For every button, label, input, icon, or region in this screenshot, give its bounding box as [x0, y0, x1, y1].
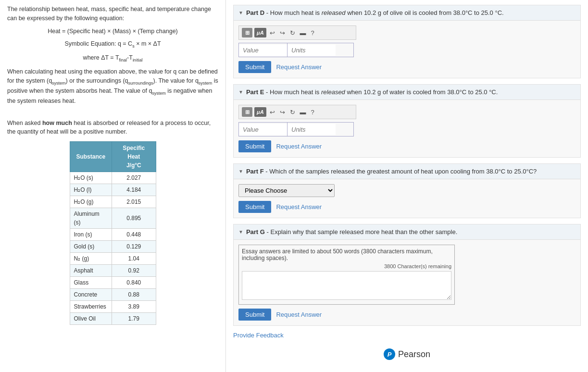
part-e-body: ⊞ μA ↩ ↪ ↻ ▬ ? Submit Request Answer [234, 100, 580, 157]
substance-cell: Gold (s) [70, 241, 112, 253]
part-f-body: Please Choose Submit Request Answer [234, 179, 580, 218]
part-g-essay-container: Essay answers are limited to about 500 w… [238, 245, 455, 305]
part-f-dropdown[interactable]: Please Choose [238, 184, 335, 197]
heat-value-cell: 1.79 [112, 313, 156, 325]
toolbar-help-icon[interactable]: ? [310, 29, 316, 37]
part-d-units-input[interactable] [288, 45, 336, 56]
table-row: N₂ (g)1.04 [70, 253, 156, 265]
part-f-label: Part F - Which of the samples released t… [246, 168, 537, 175]
table-row: Glass0.840 [70, 277, 156, 289]
substance-cell: Glass [70, 277, 112, 289]
heat-value-cell: 2.027 [112, 172, 156, 184]
toolbar-grid-btn[interactable]: ⊞ [242, 28, 252, 37]
heat-value-cell: 1.04 [112, 253, 156, 265]
heat-value-cell: 4.184 [112, 184, 156, 196]
toolbar-redo-icon[interactable]: ↪ [278, 29, 287, 37]
part-e-toolbar-grid-btn[interactable]: ⊞ [242, 107, 252, 117]
toolbar-refresh-icon[interactable]: ↻ [288, 29, 297, 37]
heat-value-cell: 0.92 [112, 265, 156, 277]
specific-heat-table: Substance Specific HeatJ/g°C H₂O (s)2.02… [70, 141, 156, 325]
part-e-toolbar-keyboard-icon[interactable]: ▬ [299, 108, 308, 116]
part-f-request-link[interactable]: Request Answer [276, 203, 322, 211]
table-row: Gold (s)0.129 [70, 241, 156, 253]
substance-cell: Olive Oil [70, 313, 112, 325]
col-header-specific-heat: Specific HeatJ/g°C [112, 142, 156, 172]
toolbar-ua-btn[interactable]: μA [254, 28, 266, 37]
part-e-toolbar-refresh-icon[interactable]: ↻ [288, 108, 297, 116]
substance-cell: Strawberries [70, 301, 112, 313]
symbolic-equation: Symbolic Equation: q = Cs × m × ΔT [7, 39, 218, 50]
part-d-submit-button[interactable]: Submit [238, 61, 271, 73]
part-e-toolbar-help-icon[interactable]: ? [310, 108, 316, 116]
intro-text: The relationship between heat, mass, spe… [7, 5, 218, 23]
table-row: Asphalt0.92 [70, 265, 156, 277]
part-f-section: ▼ Part F - Which of the samples released… [233, 163, 581, 218]
part-e-submit-button[interactable]: Submit [238, 140, 271, 152]
part-g-request-link[interactable]: Request Answer [276, 311, 322, 318]
equation-text: Heat = (Specific heat) × (Mass) × (Temp … [7, 27, 218, 36]
substance-cell: Aluminum (s) [70, 208, 112, 229]
substance-cell: H₂O (g) [70, 196, 112, 208]
part-g-submit-button[interactable]: Submit [238, 309, 271, 321]
part-e-label: Part E - How much heat is released when … [246, 88, 498, 96]
part-d-toolbar: ⊞ μA ↩ ↪ ↻ ▬ ? [238, 25, 356, 40]
part-e-toolbar-redo-icon[interactable]: ↪ [278, 108, 287, 116]
heat-value-cell: 0.840 [112, 277, 156, 289]
pearson-footer: P Pearson [233, 346, 581, 363]
part-f-actions: Submit Request Answer [238, 201, 575, 213]
heat-value-cell: 3.89 [112, 301, 156, 313]
part-f-submit-button[interactable]: Submit [238, 201, 271, 213]
part-g-actions: Submit Request Answer [238, 309, 575, 321]
part-g-essay-textarea[interactable] [242, 271, 451, 300]
part-d-value-input[interactable] [239, 45, 287, 56]
part-d-label: Part D - How much heat is released when … [246, 9, 504, 16]
part-d-request-link[interactable]: Request Answer [276, 63, 322, 71]
part-e-value-input[interactable] [239, 124, 287, 135]
part-f-toggle[interactable]: ▼ [238, 169, 243, 174]
substance-cell: Asphalt [70, 265, 112, 277]
part-d-header: ▼ Part D - How much heat is released whe… [234, 5, 580, 21]
part-g-label: Part G - Explain why that sample release… [246, 228, 457, 236]
left-panel: The relationship between heat, mass, spe… [0, 0, 226, 372]
table-row: Strawberries3.89 [70, 301, 156, 313]
part-e-toolbar-ua-btn[interactable]: μA [254, 107, 266, 117]
heat-value-cell: 0.895 [112, 208, 156, 229]
heat-value-cell: 2.015 [112, 196, 156, 208]
table-row: Aluminum (s)0.895 [70, 208, 156, 229]
part-d-actions: Submit Request Answer [238, 61, 575, 73]
part-d-section: ▼ Part D - How much heat is released whe… [233, 5, 581, 78]
table-row: Concrete0.88 [70, 289, 156, 301]
table-row: H₂O (g)2.015 [70, 196, 156, 208]
toolbar-undo-icon[interactable]: ↩ [268, 29, 276, 37]
part-e-section: ▼ Part E - How much heat is released whe… [233, 84, 581, 158]
toolbar-keyboard-icon[interactable]: ▬ [299, 29, 308, 37]
part-f-dropdown-row: Please Choose [238, 184, 575, 197]
heat-value-cell: 0.88 [112, 289, 156, 301]
part-e-units-input[interactable] [288, 124, 336, 135]
part-g-essay-info: Essay answers are limited to about 500 w… [242, 248, 451, 261]
part-e-toggle[interactable]: ▼ [238, 89, 243, 95]
part-g-body: Essay answers are limited to about 500 w… [234, 240, 580, 325]
part-e-toolbar-undo-icon[interactable]: ↩ [268, 108, 276, 116]
substance-cell: H₂O (l) [70, 184, 112, 196]
part-f-header: ▼ Part F - Which of the samples released… [234, 164, 580, 179]
substance-cell: Concrete [70, 289, 112, 301]
part-e-answer-box [238, 122, 354, 136]
part-d-body: ⊞ μA ↩ ↪ ↻ ▬ ? Submit Request Answer [234, 21, 580, 78]
pearson-name: Pearson [398, 349, 430, 360]
part-g-essay-chars: 3800 Character(s) remaining [242, 263, 451, 269]
substance-cell: H₂O (s) [70, 172, 112, 184]
part-d-answer-box [238, 43, 354, 57]
heat-value-cell: 0.448 [112, 229, 156, 241]
pearson-logo-icon: P [384, 348, 395, 360]
para2: When asked how much heat is absorbed or … [7, 119, 218, 137]
part-g-toggle[interactable]: ▼ [238, 229, 243, 235]
part-d-toggle[interactable]: ▼ [238, 10, 243, 15]
para1: When calculating heat using the equation… [7, 67, 218, 106]
part-e-request-link[interactable]: Request Answer [276, 143, 322, 150]
part-g-section: ▼ Part G - Explain why that sample relea… [233, 224, 581, 326]
part-e-toolbar: ⊞ μA ↩ ↪ ↻ ▬ ? [238, 105, 356, 119]
provide-feedback-link[interactable]: Provide Feedback [233, 332, 581, 339]
substance-cell: N₂ (g) [70, 253, 112, 265]
col-header-substance: Substance [70, 142, 112, 172]
